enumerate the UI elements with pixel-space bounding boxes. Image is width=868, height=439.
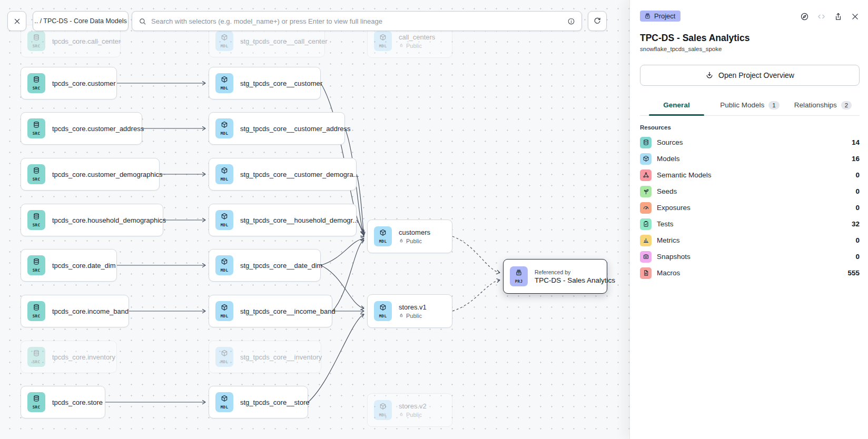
resource-row-models[interactable]: Models 16 bbox=[640, 151, 860, 167]
src-badge: SRC bbox=[27, 255, 45, 275]
share-button[interactable] bbox=[834, 12, 843, 23]
lineage-node-m_income_band[interactable]: MDL stg_tpcds_core__income_band bbox=[209, 295, 332, 327]
tab-relationships[interactable]: Relationships2 bbox=[786, 95, 860, 115]
lineage-node-p_customers[interactable]: MDL customers Public bbox=[367, 219, 452, 253]
details-panel: Project TPC-DS - Sales Analytics snowfla… bbox=[629, 0, 868, 439]
lineage-node-m_customer_demographics[interactable]: MDL stg_tpcds_core__customer_demogra... bbox=[209, 158, 357, 191]
lineage-node-prj[interactable]: PRJ Referenced by TPC-DS - Sales Analyti… bbox=[503, 259, 607, 294]
lineage-node-s_store[interactable]: SRC tpcds_core.store bbox=[21, 386, 105, 418]
panel-tabs: GeneralPublic Models1Relationships2 bbox=[640, 95, 860, 116]
project-badge-label: Project bbox=[654, 12, 675, 20]
search-input[interactable] bbox=[151, 17, 563, 25]
resources-list: Sources 14 Models 16 Semantic Models 0 S… bbox=[640, 134, 860, 281]
lineage-node-s_household_demographics[interactable]: SRC tpcds_core.household_demographics bbox=[21, 204, 163, 236]
node-label: tpcds_core.household_demographics bbox=[52, 216, 155, 224]
cube-icon bbox=[221, 395, 228, 404]
lineage-node-m_customer[interactable]: MDL stg_tpcds_core__customer bbox=[209, 67, 321, 99]
lock-open-icon bbox=[399, 43, 404, 49]
node-label: stores.v2 bbox=[399, 402, 427, 410]
resource-row-seeds[interactable]: Seeds 0 bbox=[640, 183, 860, 199]
panel-title: TPC-DS - Sales Analytics bbox=[640, 33, 860, 44]
node-label: stg_tpcds_core__inventory bbox=[240, 353, 313, 361]
info-icon[interactable] bbox=[567, 17, 575, 25]
breadcrumb[interactable]: .. / TPC-DS - Core Data Models bbox=[33, 11, 129, 31]
resource-row-sources[interactable]: Sources 14 bbox=[640, 134, 860, 151]
lineage-node-m_household_demographics[interactable]: MDL stg_tpcds_core__household_demogr... bbox=[209, 204, 357, 236]
cube-icon bbox=[221, 76, 228, 85]
lineage-search-bar[interactable] bbox=[132, 11, 582, 31]
semantic-graph-icon bbox=[640, 169, 652, 181]
resource-row-snapshots[interactable]: Snapshots 0 bbox=[640, 248, 860, 265]
resource-label: Sources bbox=[657, 138, 846, 146]
database-icon bbox=[33, 304, 40, 313]
cube-icon bbox=[379, 304, 387, 313]
lineage-node-p_stores_v2[interactable]: MDL stores.v2 Public bbox=[367, 393, 452, 427]
lineage-compass-button[interactable] bbox=[800, 12, 809, 23]
database-icon bbox=[33, 167, 40, 176]
open-project-overview-button[interactable]: Open Project Overview bbox=[640, 65, 860, 86]
tab-label: Public Models bbox=[720, 101, 764, 109]
lineage-node-s_customer_demographics[interactable]: SRC tpcds_core.customer_demographics bbox=[21, 158, 160, 191]
mdl-badge: MDL bbox=[215, 164, 233, 184]
tab-public-models[interactable]: Public Models1 bbox=[713, 95, 786, 115]
cube-icon bbox=[640, 153, 652, 165]
panel-subtitle: snowflake_tpcds_sales_spoke bbox=[640, 46, 860, 52]
node-label: stg_tpcds_core__customer_address bbox=[240, 125, 337, 133]
breadcrumb-label: .. / TPC-DS - Core Data Models bbox=[34, 17, 127, 25]
close-icon bbox=[851, 12, 860, 23]
resource-count: 0 bbox=[855, 204, 860, 212]
panel-close-button[interactable] bbox=[851, 12, 860, 23]
lineage-node-m_date_dim[interactable]: MDL stg_tpcds_core__date_dim bbox=[209, 249, 321, 282]
resource-row-macros[interactable]: Macros 555 bbox=[640, 265, 860, 281]
resource-label: Seeds bbox=[657, 187, 850, 195]
database-icon bbox=[33, 213, 40, 222]
lineage-node-s_customer_address[interactable]: SRC tpcds_core.customer_address bbox=[21, 112, 142, 145]
mdl-badge: MDL bbox=[215, 118, 233, 138]
resource-label: Exposures bbox=[657, 204, 850, 212]
open-overview-label: Open Project Overview bbox=[718, 71, 794, 79]
database-icon bbox=[640, 137, 652, 148]
lineage-node-s_income_band[interactable]: SRC tpcds_core.income_band bbox=[21, 295, 129, 327]
tab-count-badge: 2 bbox=[841, 101, 852, 109]
project-type-badge: Project bbox=[640, 11, 680, 22]
resource-row-tests[interactable]: Tests 32 bbox=[640, 216, 860, 232]
lineage-node-m_customer_address[interactable]: MDL stg_tpcds_core__customer_address bbox=[209, 112, 345, 145]
lock-open-icon bbox=[399, 412, 404, 418]
node-label: tpcds_core.call_center bbox=[52, 37, 113, 45]
resource-row-metrics[interactable]: Metrics 0 bbox=[640, 232, 860, 248]
node-label: stg_tpcds_core__income_band bbox=[240, 307, 324, 315]
cube-icon bbox=[221, 213, 228, 222]
lineage-node-s_inventory[interactable]: SRC tpcds_core.inventory bbox=[21, 341, 117, 373]
tab-label: General bbox=[663, 101, 689, 109]
compass-icon bbox=[800, 12, 809, 23]
tab-general[interactable]: General bbox=[640, 95, 713, 115]
tab-count-badge: 1 bbox=[768, 101, 779, 109]
close-lineage-button[interactable] bbox=[7, 11, 26, 31]
lineage-node-m_inventory[interactable]: MDL stg_tpcds_core__inventory bbox=[209, 341, 321, 373]
node-label: call_centers bbox=[399, 33, 435, 41]
lineage-canvas[interactable]: SRC tpcds_core.call_center SRC tpcds_cor… bbox=[0, 0, 629, 439]
refresh-icon bbox=[593, 17, 601, 25]
node-label: stg_tpcds_core__store bbox=[240, 398, 300, 406]
database-icon bbox=[33, 258, 40, 267]
resource-count: 14 bbox=[852, 138, 860, 146]
project-icon bbox=[644, 13, 651, 19]
lineage-node-m_store[interactable]: MDL stg_tpcds_core__store bbox=[209, 386, 308, 418]
resource-count: 0 bbox=[855, 171, 860, 179]
refresh-lineage-button[interactable] bbox=[588, 11, 607, 31]
search-icon bbox=[139, 17, 146, 25]
mdl-badge: MDL bbox=[215, 255, 233, 275]
lineage-node-s_date_dim[interactable]: SRC tpcds_core.date_dim bbox=[21, 249, 117, 282]
lineage-node-p_stores_v1[interactable]: MDL stores.v1 Public bbox=[367, 294, 452, 328]
lineage-node-s_customer[interactable]: SRC tpcds_core.customer bbox=[21, 67, 117, 99]
node-label: stg_tpcds_core__customer_demogra... bbox=[240, 171, 349, 178]
mdl-badge: MDL bbox=[215, 210, 233, 230]
resource-row-exposures[interactable]: Exposures 0 bbox=[640, 199, 860, 216]
node-label: tpcds_core.date_dim bbox=[52, 262, 109, 270]
resource-row-semantic-models[interactable]: Semantic Models 0 bbox=[640, 167, 860, 183]
src-badge: SRC bbox=[27, 347, 45, 367]
tab-label: Relationships bbox=[794, 101, 837, 109]
cube-icon bbox=[379, 34, 387, 43]
mdl-badge: MDL bbox=[215, 347, 233, 367]
close-icon bbox=[13, 17, 21, 25]
